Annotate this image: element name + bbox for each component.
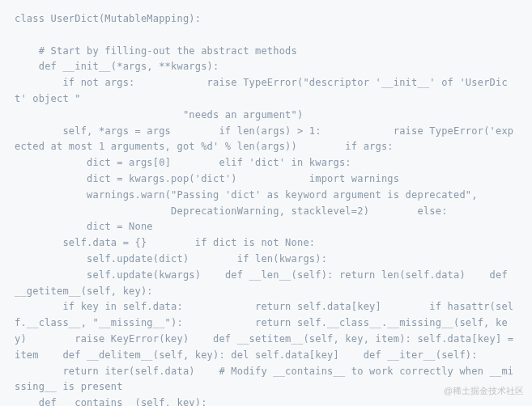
code-block: class UserDict(MutableMapping): # Start … (0, 0, 532, 406)
